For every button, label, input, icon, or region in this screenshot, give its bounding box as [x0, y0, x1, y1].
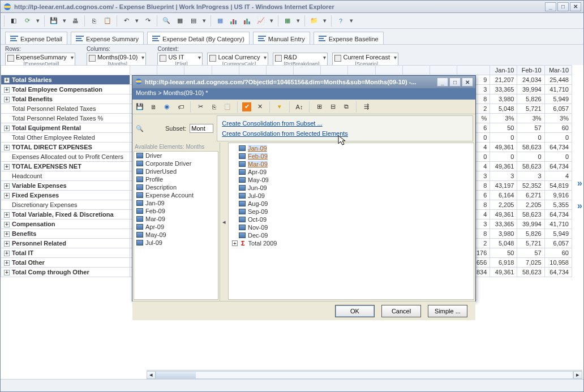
list-item[interactable]: Description	[134, 183, 218, 191]
cell[interactable]: 49,361	[490, 268, 517, 277]
subset-item[interactable]: Oct-09	[229, 216, 474, 223]
row-header[interactable]: +Total Employee Compensation	[1, 85, 130, 94]
cell[interactable]: 33,365	[490, 85, 517, 94]
refresh-icon[interactable]: ⟳	[22, 15, 33, 27]
cell[interactable]: 39,994	[517, 85, 544, 94]
subset-item[interactable]: Aug-09	[229, 200, 474, 208]
cell[interactable]: 4	[544, 171, 572, 181]
close-button[interactable]: ✕	[570, 2, 581, 11]
tag-icon[interactable]: 🏷	[175, 102, 186, 112]
cell[interactable]: 2,205	[517, 200, 544, 210]
cell[interactable]: 0	[490, 152, 517, 162]
subset-item[interactable]: Dec-09	[229, 231, 474, 239]
tree-collapse-icon[interactable]: ⊟	[328, 102, 338, 112]
subset-item[interactable]: Mar-09	[229, 160, 474, 168]
ok-button[interactable]: OK	[335, 305, 375, 317]
minimize-button[interactable]: _	[545, 2, 556, 11]
cell[interactable]: 5,949	[544, 94, 572, 104]
cell[interactable]: 58,623	[517, 210, 544, 219]
cell[interactable]: 41,710	[544, 85, 572, 94]
zoom-icon[interactable]: 🔍	[161, 15, 172, 27]
cell[interactable]: 58,623	[517, 162, 544, 171]
horizontal-scrollbar[interactable]: ◂ ▸	[147, 370, 582, 379]
print-icon[interactable]: 🖶	[70, 15, 81, 27]
scroll-thumb[interactable]	[156, 372, 196, 378]
row-header[interactable]: +Variable Expenses	[1, 181, 130, 191]
list-item[interactable]: Mar-09	[134, 215, 218, 223]
cell[interactable]: 3%	[490, 114, 517, 123]
create-from-subset-link[interactable]: Create Consolidation from Subset ...	[222, 118, 468, 128]
saveas-icon[interactable]: 🗎	[148, 102, 158, 112]
cell[interactable]: 9,916	[544, 191, 572, 200]
cell[interactable]: 3%	[517, 114, 544, 123]
cell[interactable]: 64,734	[544, 162, 572, 171]
scroll-left-button[interactable]: ◂	[147, 371, 156, 379]
subset-item[interactable]: Jan-09	[229, 144, 474, 152]
tree-icon[interactable]: ⧉	[341, 102, 351, 112]
row-header[interactable]: +Personnel Related	[1, 239, 130, 248]
folder-icon[interactable]: 📁	[308, 15, 320, 27]
cell[interactable]: 24,034	[517, 75, 544, 85]
cell[interactable]: 21,207	[490, 75, 517, 85]
cell[interactable]: 3%	[544, 114, 572, 123]
subset-item[interactable]: Apr-09	[229, 168, 474, 176]
save-icon[interactable]: 💾	[135, 102, 145, 112]
create-from-selected-link[interactable]: Create Consolidation from Selected Eleme…	[222, 128, 468, 139]
row-header[interactable]: Total Other Employee Related	[1, 133, 130, 143]
tab-expense-detail-by-category-[interactable]: Expense Detail (By Category)	[147, 32, 250, 44]
row-header[interactable]: +Total Salaries	[1, 75, 130, 85]
binoculars-icon[interactable]: 🔍	[135, 123, 145, 133]
cell[interactable]: 39,994	[517, 219, 544, 229]
list-item[interactable]: Jul-09	[134, 239, 218, 247]
cell[interactable]: 6,057	[544, 104, 572, 114]
cell[interactable]: 5,721	[517, 104, 544, 114]
cell[interactable]: 49,361	[490, 162, 517, 171]
nav-icon[interactable]: ◧	[8, 15, 19, 27]
available-listbox[interactable]: DriverCorporate DriverDriverUsedProfileD…	[134, 151, 218, 300]
subset-item[interactable]: May-09	[229, 176, 474, 184]
scroll-right-button[interactable]: ▸	[573, 371, 582, 379]
cell[interactable]: 57	[517, 248, 544, 258]
cell[interactable]: 52,352	[517, 181, 544, 191]
undo-icon[interactable]: ↶	[121, 15, 132, 27]
row-header[interactable]: +Benefits	[1, 229, 130, 239]
row-header[interactable]: Total Personnel Related Taxes %	[1, 114, 130, 123]
cell[interactable]: 3	[517, 171, 544, 181]
cell[interactable]: 50	[490, 123, 517, 133]
row-header[interactable]: +Total Variable, Fixed & Discretiona	[1, 210, 130, 219]
hierarchy-icon[interactable]: ⇶	[361, 102, 371, 112]
cell[interactable]: 2,205	[490, 200, 517, 210]
copy-icon[interactable]: ⎘	[88, 15, 100, 27]
cell[interactable]: 5,048	[490, 104, 517, 114]
row-header[interactable]: Headcount	[1, 171, 130, 181]
cell[interactable]: 25,448	[544, 75, 572, 85]
row-header[interactable]: +Total Other	[1, 258, 130, 268]
cell[interactable]: 3	[490, 171, 517, 181]
tree-expand-icon[interactable]: ⊞	[314, 102, 324, 112]
cell[interactable]: 10,958	[544, 258, 572, 268]
cell[interactable]: 54,819	[544, 181, 572, 191]
subset-item[interactable]: Nov-09	[229, 223, 474, 231]
cell[interactable]: 0	[517, 133, 544, 143]
grid-icon[interactable]: ▦	[174, 15, 186, 27]
subset-item[interactable]: Jun-09	[229, 184, 474, 192]
table-icon[interactable]: ▦	[214, 15, 226, 27]
cell[interactable]: 5,355	[544, 200, 572, 210]
list-item[interactable]: Profile	[134, 175, 218, 183]
cut-icon[interactable]: ✂	[195, 102, 205, 112]
cell[interactable]: 5,826	[517, 94, 544, 104]
subset-total-item[interactable]: +ΣTotal 2009	[229, 239, 474, 247]
row-header[interactable]: +Total Equipment Rental	[1, 123, 130, 133]
tab-expense-detail[interactable]: Expense Detail	[5, 32, 67, 44]
help-icon[interactable]: ?	[335, 15, 346, 27]
cell[interactable]: 43,197	[490, 181, 517, 191]
cell[interactable]: 49,361	[490, 143, 517, 152]
delete-icon[interactable]: ✕	[255, 102, 265, 112]
row-header[interactable]: +TOTAL EXPENSES NET	[1, 162, 130, 171]
cell[interactable]: 6,918	[490, 258, 517, 268]
tab-expense-baseline[interactable]: Expense Baseline	[314, 32, 384, 44]
maximize-button[interactable]: □	[557, 2, 569, 11]
scroll-track[interactable]	[156, 371, 573, 379]
cell[interactable]: 6,271	[517, 191, 544, 200]
cancel-button[interactable]: Cancel	[381, 305, 421, 317]
